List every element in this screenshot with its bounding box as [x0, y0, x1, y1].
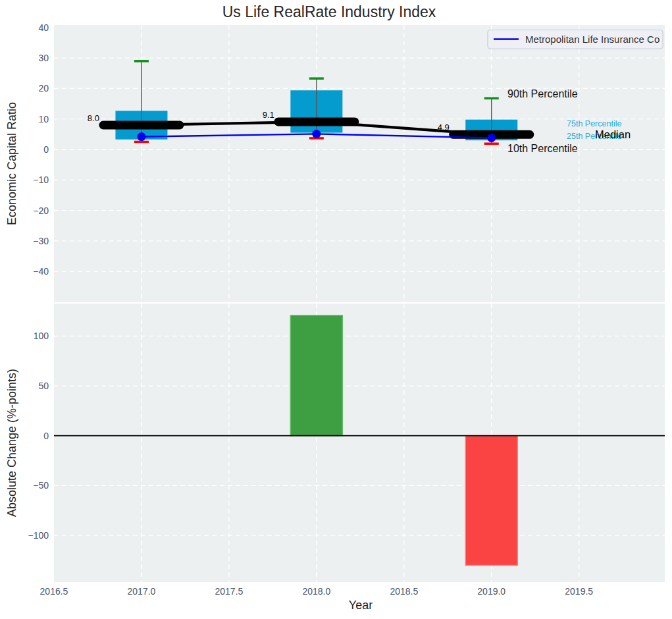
xlabel: Year — [349, 599, 373, 612]
xtick-2018.5: 2018.5 — [390, 586, 418, 597]
legend-label: Metropolitan Life Insurance Co — [525, 34, 659, 45]
bottom-ylabel: Absolute Change (%-points) — [5, 369, 18, 517]
bottom-ytick--100: −100 — [28, 530, 49, 541]
top-ytick--40: −40 — [33, 266, 49, 277]
top-ytick-20: 20 — [38, 83, 49, 94]
top-ylabel: Economic Capital Ratio — [5, 102, 18, 225]
chart-title: Us Life RealRate Industry Index — [222, 3, 436, 20]
median-annotation-2019: 4.9 — [438, 122, 450, 132]
bottom-ytick-0: 0 — [43, 431, 49, 441]
legend: Metropolitan Life Insurance Co — [488, 30, 663, 49]
top-ytick--30: −30 — [33, 236, 49, 246]
top-ytick-40: 40 — [38, 22, 49, 33]
top-axes-background — [54, 25, 665, 302]
top-ytick-30: 30 — [38, 53, 49, 63]
xtick-2016.5: 2016.5 — [40, 586, 68, 597]
xtick-2019.5: 2019.5 — [565, 586, 593, 597]
top-ytick-10: 10 — [38, 114, 49, 124]
chart-figure: 8.09.14.990th Percentile10th Percentile7… — [0, 0, 672, 619]
median-annotation-2017: 8.0 — [88, 113, 99, 123]
xtick-2017: 2017.0 — [128, 586, 156, 597]
top-ytick--10: −10 — [33, 175, 49, 185]
chart-svg: 8.09.14.990th Percentile10th Percentile7… — [0, 0, 672, 619]
bottom-ytick-50: 50 — [38, 381, 49, 391]
company-dot-2018 — [312, 130, 321, 138]
top-ytick-0: 0 — [43, 144, 49, 155]
bottom-ytick--50: −50 — [33, 480, 49, 491]
negative-change-bar-2019 — [465, 436, 517, 566]
p10-label: 10th Percentile — [507, 143, 578, 154]
xtick-2018: 2018.0 — [302, 586, 330, 597]
positive-change-bar-2018 — [290, 315, 342, 436]
median-label: Median — [595, 128, 631, 140]
company-dot-2017 — [137, 132, 145, 141]
bottom-axes-background — [54, 304, 665, 582]
company-dot-2019 — [487, 134, 496, 142]
p90-label: 90th Percentile — [507, 88, 578, 99]
bottom-ytick-100: 100 — [34, 331, 49, 341]
p75-label: 75th Percentile — [567, 119, 621, 128]
median-annotation-2018: 9.1 — [263, 110, 274, 120]
xtick-2019: 2019.0 — [477, 586, 505, 597]
top-ytick--20: −20 — [33, 205, 49, 216]
xtick-2017.5: 2017.5 — [215, 586, 243, 597]
